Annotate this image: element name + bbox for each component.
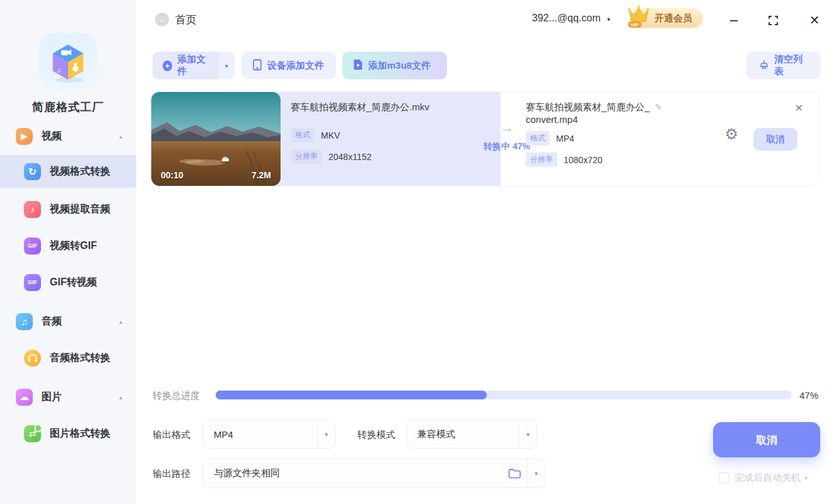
minimize-icon (729, 16, 738, 25)
output-format-value: MP4 (556, 134, 574, 144)
plus-icon: + (163, 60, 172, 71)
task-cancel-button[interactable]: 取消 (753, 128, 798, 151)
close-icon: ✕ (810, 13, 820, 28)
crown-icon: VIP (624, 3, 653, 32)
maximize-button[interactable] (765, 13, 781, 28)
format-badge: 格式 (526, 131, 550, 146)
vip-upgrade-button[interactable]: VIP 开通会员 (629, 8, 704, 29)
edit-filename-icon[interactable]: ✎ (655, 101, 663, 113)
folder-icon (508, 468, 521, 479)
titlebar: ← 首页 392...@qq.com ▾ VIP 开通会员 (136, 0, 836, 39)
svg-text:♫: ♫ (56, 66, 61, 74)
music-note-icon: ♪ (24, 201, 41, 218)
output-file-info: 赛车航拍视频素材_简鹿办公_✎ convert.mp4 格式 MP4 分辨率 1… (526, 92, 709, 186)
output-resolution-value: 1080x720 (564, 155, 603, 165)
source-filename: 赛车航拍视频素材_简鹿办公.mkv (291, 101, 473, 113)
auto-shutdown-checkbox[interactable] (719, 472, 729, 483)
video-file-icon (354, 59, 363, 72)
total-progress-percent: 47% (799, 390, 818, 401)
collapse-caret-icon[interactable]: ▴ (119, 318, 122, 325)
sidebar: ♫ 简鹿格式工厂 ▶ 视频 ▴ ↻ 视频格式转换 ♪ 视频提取音频 GIF 视频… (0, 0, 136, 504)
source-format-value: MKV (321, 130, 340, 140)
convert-mode-selected: 兼容模式 (407, 428, 519, 440)
add-file-button[interactable]: + 添加文件 (153, 52, 219, 79)
page-title: 首页 (175, 13, 197, 27)
sidebar-item-video-convert[interactable]: ↻ 视频格式转换 (0, 155, 136, 188)
progress-fill (216, 391, 487, 399)
gear-icon: ⚙ (724, 125, 738, 142)
auto-shutdown-label: 完成后自动关机 (734, 472, 801, 484)
resolution-badge: 分辨率 (526, 152, 557, 167)
audio-icon: ♫ (16, 313, 33, 330)
sidebar-item-image-group[interactable]: ☁ 图片 ▴ (0, 383, 136, 411)
svg-text:VIP: VIP (630, 22, 639, 28)
add-m3u8-button[interactable]: 添加m3u8文件 (342, 52, 447, 79)
video-icon: ▶ (16, 128, 33, 145)
broom-icon (759, 60, 769, 72)
sidebar-item-video-group[interactable]: ▶ 视频 ▴ (0, 122, 136, 150)
output-format-label: 输出格式 (153, 429, 190, 441)
chevron-down-icon: ▾ (535, 470, 538, 477)
add-from-device-button[interactable]: 设备添加文件 (241, 52, 336, 79)
phone-icon (253, 59, 262, 72)
headphone-icon (24, 350, 41, 367)
chevron-down-icon: ▾ (225, 62, 228, 69)
folder-browse-button[interactable] (508, 468, 521, 479)
convert-mode-select[interactable]: 兼容模式 ▾ (407, 420, 537, 449)
close-button[interactable]: ✕ (807, 13, 822, 28)
chevron-down-icon: ▾ (526, 431, 530, 438)
resolution-badge: 分辨率 (291, 149, 322, 164)
remove-task-button[interactable]: ✕ (795, 102, 803, 114)
source-resolution-value: 2048x1152 (328, 152, 371, 162)
video-duration: 00:10 (161, 170, 183, 180)
account-menu[interactable]: 392...@qq.com ▾ (532, 13, 610, 24)
app-name: 简鹿格式工厂 (0, 100, 136, 115)
convert-mode-label: 转换模式 (357, 429, 395, 441)
cube-logo-icon: ♫ (47, 40, 89, 84)
auto-shutdown-option[interactable]: 完成后自动关机 ▾ (719, 472, 808, 484)
output-path-label: 输出路径 (153, 468, 190, 480)
video-convert-icon: ↻ (24, 163, 41, 180)
total-progress-label: 转换总进度 (153, 390, 200, 402)
vip-label: 开通会员 (654, 13, 692, 25)
collapse-caret-icon[interactable]: ▴ (119, 133, 122, 140)
source-file-info: 赛车航拍视频素材_简鹿办公.mkv 格式 MKV 分辨率 2048x1152 (291, 92, 473, 186)
sidebar-item-gif-to-video[interactable]: GIF GIF转视频 (0, 268, 136, 296)
clear-list-button[interactable]: 清空列表 (746, 52, 821, 79)
back-arrow-icon: ← (158, 15, 166, 25)
app-logo-icon: ♫ (39, 33, 97, 91)
add-file-split-button: + 添加文件 ▾ (153, 52, 235, 79)
back-button[interactable]: ← (155, 13, 169, 26)
minimize-button[interactable] (726, 13, 741, 28)
task-settings-button[interactable]: ⚙ (724, 127, 738, 142)
cancel-all-button[interactable]: 取消 (713, 422, 820, 457)
chevron-down-icon: ▾ (325, 431, 328, 438)
output-format-select[interactable]: MP4 ▾ (203, 420, 335, 449)
video-filesize: 7.2M (252, 170, 271, 180)
chevron-down-icon: ▾ (607, 16, 610, 23)
output-path-value: 与源文件夹相同 (204, 467, 508, 479)
sidebar-item-audio-group[interactable]: ♫ 音频 ▴ (0, 307, 136, 335)
image-convert-icon: ⇄ (24, 425, 41, 442)
add-file-dropdown-button[interactable]: ▾ (219, 52, 235, 79)
app-branding: ♫ 简鹿格式工厂 (0, 33, 136, 115)
output-path-select[interactable]: 与源文件夹相同 ▾ (203, 459, 545, 488)
output-format-selected: MP4 (204, 429, 317, 440)
toolbar: + 添加文件 ▾ 设备添加文件 添加m3u8文件 (136, 52, 836, 79)
gif-icon: GIF (24, 274, 41, 291)
gif-icon: GIF (24, 238, 41, 255)
total-progress-bar (216, 391, 792, 399)
close-icon: ✕ (795, 103, 803, 113)
chevron-down-icon: ▾ (804, 474, 808, 481)
image-icon: ☁ (16, 389, 33, 406)
collapse-caret-icon[interactable]: ▴ (119, 394, 122, 401)
sidebar-item-image-convert[interactable]: ⇄ 图片格式转换 (0, 420, 136, 447)
account-email: 392...@qq.com (532, 13, 601, 23)
format-badge: 格式 (291, 128, 315, 142)
conversion-task-card: 00:10 7.2M 赛车航拍视频素材_简鹿办公.mkv 格式 MKV 分辨率 … (150, 91, 820, 186)
maximize-icon (769, 16, 778, 25)
sidebar-item-audio-convert[interactable]: 音频格式转换 (0, 344, 136, 372)
sidebar-item-video-to-gif[interactable]: GIF 视频转GIF (0, 232, 136, 260)
sidebar-item-video-extract-audio[interactable]: ♪ 视频提取音频 (0, 195, 136, 223)
video-thumbnail[interactable]: 00:10 7.2M (151, 92, 281, 186)
